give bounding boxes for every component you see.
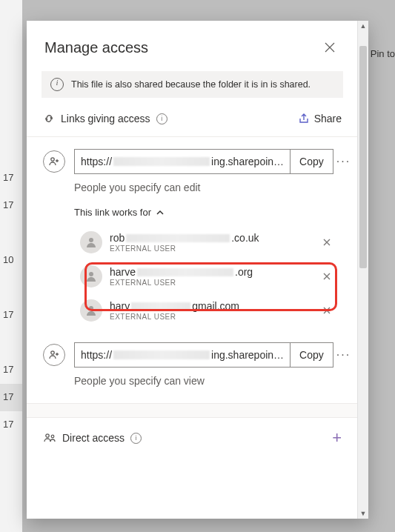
link-url-input[interactable]: https:// ing.sharepoin… bbox=[75, 150, 290, 173]
remove-user-button[interactable] bbox=[318, 302, 336, 319]
info-icon bbox=[50, 78, 64, 91]
link-works-for-toggle[interactable]: This link works for bbox=[74, 207, 342, 218]
user-tag: EXTERNAL USER bbox=[110, 245, 318, 253]
svg-point-1 bbox=[89, 238, 93, 242]
specific-people-icon bbox=[43, 344, 65, 366]
link-more-button[interactable]: ··· bbox=[336, 348, 351, 362]
panel-scrollbar[interactable]: ▲ ▼ bbox=[357, 21, 368, 519]
copy-link-button[interactable]: Copy bbox=[290, 343, 333, 367]
share-button[interactable]: Share bbox=[298, 113, 342, 124]
link-url-group: https:// ing.sharepoin… Copy bbox=[74, 149, 333, 174]
remove-user-button[interactable] bbox=[318, 233, 336, 251]
link-more-button[interactable]: ··· bbox=[336, 155, 351, 168]
scroll-down-icon[interactable]: ▼ bbox=[358, 508, 368, 519]
link-user-row: harv gmail.com EXTERNAL USER bbox=[74, 293, 342, 327]
links-section-label: Links giving access bbox=[61, 113, 150, 124]
bg-cell bbox=[0, 274, 22, 302]
link-works-label: This link works for bbox=[74, 207, 151, 218]
bg-cell: 17 bbox=[0, 164, 22, 192]
info-banner-text: This file is also shared because the fol… bbox=[71, 79, 311, 90]
bg-ribbon-pin: Pin to bbox=[371, 48, 395, 59]
link-url-group: https:// ing.sharepoin… Copy bbox=[74, 342, 333, 368]
link-icon bbox=[43, 113, 55, 124]
section-divider bbox=[27, 403, 358, 418]
share-icon bbox=[298, 113, 310, 124]
specific-people-icon bbox=[43, 150, 65, 173]
svg-point-3 bbox=[89, 306, 93, 310]
bg-cell: 17 bbox=[0, 356, 22, 384]
svg-point-4 bbox=[51, 351, 54, 354]
link-permission-desc: People you specify can view bbox=[74, 375, 342, 387]
svg-point-5 bbox=[46, 434, 49, 437]
direct-access-label: Direct access bbox=[62, 432, 125, 444]
link-permission-desc: People you specify can edit bbox=[74, 182, 342, 193]
panel-title: Manage access bbox=[44, 39, 319, 56]
svg-point-2 bbox=[89, 272, 93, 276]
bg-cell: 17 bbox=[0, 384, 22, 411]
avatar-icon bbox=[80, 299, 102, 322]
bg-cell: 10 bbox=[0, 247, 22, 274]
close-icon bbox=[325, 42, 335, 53]
bg-cell: 17 bbox=[0, 411, 22, 439]
link-user-row: rob .co.uk EXTERNAL USER bbox=[74, 225, 342, 259]
help-icon[interactable]: i bbox=[156, 113, 167, 124]
svg-point-0 bbox=[51, 158, 54, 161]
avatar-icon bbox=[80, 265, 102, 287]
svg-point-6 bbox=[51, 435, 54, 438]
close-button[interactable] bbox=[319, 37, 340, 58]
bg-cell bbox=[0, 219, 22, 247]
manage-access-panel: Manage access This file is also shared b… bbox=[27, 21, 368, 519]
share-label: Share bbox=[314, 113, 342, 124]
redacted bbox=[113, 350, 210, 359]
redacted bbox=[113, 157, 210, 166]
url-prefix: https:// bbox=[81, 349, 112, 361]
url-prefix: https:// bbox=[81, 156, 112, 167]
bg-left-column: 17 17 10 17 17 17 17 bbox=[0, 0, 22, 532]
direct-access-icon bbox=[43, 431, 56, 445]
bg-cell bbox=[0, 329, 22, 356]
user-email: harv gmail.com bbox=[110, 300, 318, 312]
user-email: rob .co.uk bbox=[110, 232, 318, 244]
bg-cell: 17 bbox=[0, 302, 22, 329]
info-banner: This file is also shared because the fol… bbox=[42, 71, 343, 98]
bg-cell: 17 bbox=[0, 192, 22, 219]
user-tag: EXTERNAL USER bbox=[110, 313, 318, 321]
user-email: harve .org bbox=[110, 266, 318, 278]
avatar-icon bbox=[80, 231, 102, 253]
copy-link-button[interactable]: Copy bbox=[290, 150, 333, 173]
url-suffix: ing.sharepoin… bbox=[211, 156, 284, 167]
link-user-row: harve .org EXTERNAL USER bbox=[74, 259, 342, 293]
scroll-thumb[interactable] bbox=[359, 46, 367, 268]
add-direct-access-button[interactable]: + bbox=[332, 430, 342, 446]
help-icon[interactable]: i bbox=[130, 433, 142, 444]
remove-user-button[interactable] bbox=[318, 267, 336, 285]
chevron-up-icon bbox=[156, 208, 165, 217]
user-tag: EXTERNAL USER bbox=[110, 279, 318, 287]
scroll-up-icon[interactable]: ▲ bbox=[358, 21, 368, 31]
url-suffix: ing.sharepoin… bbox=[211, 349, 284, 361]
link-url-input[interactable]: https:// ing.sharepoin… bbox=[75, 343, 290, 367]
